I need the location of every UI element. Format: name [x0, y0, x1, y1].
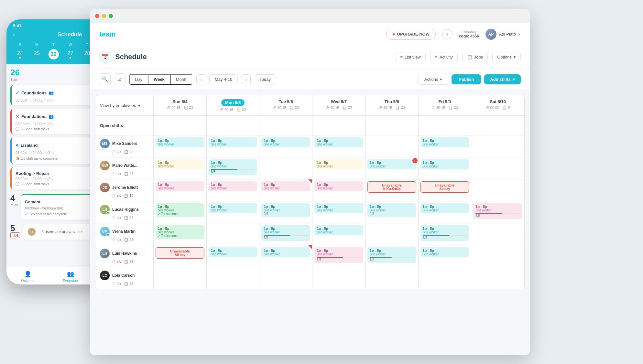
today-button[interactable]: Today	[254, 74, 276, 84]
shift-block[interactable]: 1p - 5p Site worker	[209, 247, 257, 257]
mike-fri[interactable]: 1p - 5p Site worker	[419, 135, 472, 157]
mike-mon[interactable]: 1p - 5p Site worker	[207, 135, 260, 157]
phone-nav-everyone[interactable]: 👥 Everyone	[49, 271, 92, 283]
shift-block[interactable]: 1p - 5p Site worker	[209, 181, 257, 191]
lucas-thu[interactable]: 1p - 5p Site worker 0/5	[365, 201, 419, 223]
shift-block[interactable]: 1p - 5p Site worker 0/5	[261, 203, 310, 217]
jerome-tue[interactable]: 1p - 5p Site worker	[259, 179, 312, 201]
shift-block[interactable]: 1p - 5p Site worker ✓ Tasks done	[156, 203, 204, 217]
lucas-fri[interactable]: 1p - 5p Site worker	[419, 201, 472, 223]
shift-block[interactable]: 1p - 5p Site worker 3/5	[473, 203, 522, 219]
shift-block[interactable]: 1p - 5p Site worker	[314, 225, 363, 235]
lucas-wed[interactable]: 1p - 5p Site worker	[312, 201, 365, 223]
shift-block[interactable]: 1p - 5p Site worker	[420, 247, 469, 257]
jerome-wed[interactable]: 1p - 5p Site worker	[312, 179, 365, 201]
mike-sun[interactable]: 1p - 5p Site worker	[154, 135, 207, 157]
day-tab-month[interactable]: Month	[170, 74, 193, 85]
table-row-verna-martin: VM Verna Martin ⏱ 30 📋 23 1p - 5p	[95, 223, 524, 245]
phone-back-button[interactable]: ‹	[13, 31, 15, 38]
phone-nav-only-me[interactable]: 👤 Only me	[6, 271, 49, 283]
shift-block[interactable]: 1p - 5p Site worker	[314, 181, 363, 191]
traffic-light-green[interactable]	[109, 14, 113, 18]
shift-block[interactable]: 1p - 5p Site worker	[156, 137, 204, 147]
luis-mon[interactable]: 1p - 5p Site worker	[207, 245, 260, 267]
shift-block[interactable]: 1p - 5p Site worker	[420, 159, 469, 169]
traffic-light-red[interactable]	[95, 14, 99, 18]
upgrade-now-button[interactable]: ♥ UPGRADE NOW	[386, 29, 436, 40]
phone-date-26-today[interactable]: 26	[49, 49, 59, 59]
verna-fri[interactable]: 1p - 5p Site worker 3/5	[419, 223, 472, 245]
shift-block[interactable]: 1p - 5p Site worker	[314, 137, 363, 147]
shift-block[interactable]: 1p - 5p Site worker	[367, 159, 416, 169]
filter-button[interactable]: ⊿	[114, 73, 125, 85]
user-profile[interactable]: AP Adi Plato ▾	[485, 29, 520, 40]
mike-sat	[471, 135, 524, 157]
options-button[interactable]: Options ▾	[492, 52, 521, 62]
mario-sun[interactable]: 1p - 5p Site worker	[154, 157, 207, 179]
phone-date-27[interactable]: 27	[62, 49, 79, 60]
luis-thu[interactable]: 1p - 5p Site worker 1/2	[365, 245, 419, 267]
verna-tue[interactable]: 1p - 5p Site worker 3/5	[259, 223, 312, 245]
jobs-button[interactable]: 📋 Jobs	[462, 52, 488, 62]
mike-wed[interactable]: 1p - 5p Site worker	[312, 135, 365, 157]
shift-block[interactable]: 1p - 5p Site worker 3/5	[209, 159, 257, 175]
view-by-cell[interactable]: View by employees ▾	[95, 95, 154, 115]
shift-block[interactable]: 1p - 5p Site worker	[314, 159, 363, 169]
day-tab-day[interactable]: Day	[129, 74, 148, 85]
lucas-sun[interactable]: 1p - 5p Site worker ✓ Tasks done	[154, 201, 207, 223]
schedule-icon: 📅	[99, 51, 111, 63]
activity-button[interactable]: ≡ Activity	[430, 52, 458, 62]
luis-tue[interactable]: 1p - 5p Site worker	[259, 245, 312, 267]
col-header-sat: Sat 5/10 ⏱ 00:00 📋 0	[471, 95, 524, 115]
phone-date-24[interactable]: 24	[12, 49, 28, 60]
shift-block[interactable]: 1p - 5p Site worker	[314, 203, 363, 213]
add-shifts-button[interactable]: Add shifts ▾	[484, 74, 521, 84]
shift-block[interactable]: 1p - 5p Site worker	[261, 247, 310, 257]
shift-block[interactable]: 1p - 5p Site worker	[209, 203, 257, 213]
luis-wed[interactable]: 1p - 5p Site worker 3/5	[312, 245, 365, 267]
day-5-num: 5	[10, 224, 20, 232]
employee-info-jerome: JE Jerome Elliott	[100, 183, 149, 192]
lucas-tue[interactable]: 1p - 5p Site worker 0/5	[259, 201, 312, 223]
shift-block[interactable]: 1p - 5p Site worker 3/5	[314, 247, 363, 263]
shift-block[interactable]: 1p - 5p Site worker	[261, 181, 310, 191]
actions-button[interactable]: Actions ▾	[418, 74, 449, 85]
prev-date-button[interactable]: ‹	[196, 74, 206, 84]
day-tab-week[interactable]: Week	[148, 74, 170, 85]
publish-button[interactable]: Publish	[452, 74, 481, 84]
luis-fri[interactable]: 1p - 5p Site worker	[419, 245, 472, 267]
verna-sun[interactable]: 1p - 5p Site worker ✓ Tasks done	[154, 223, 207, 245]
jerome-fri[interactable]: Unavailable All day	[419, 179, 472, 201]
shift-block[interactable]: 1p - 5p Site worker 3/5	[261, 225, 310, 241]
traffic-light-yellow[interactable]	[102, 14, 106, 18]
lucas-mon[interactable]: 1p - 5p Site worker	[207, 201, 260, 223]
shift-block[interactable]: 1p - 5p Site worker	[261, 137, 310, 147]
jerome-thu[interactable]: Unavailable 9:00a-5:00p	[365, 179, 419, 201]
shift-block[interactable]: 1p - 5p Site worker	[156, 181, 204, 191]
col-header-thu: Thu 5/8 ⏱ 40:15 📋 23	[365, 95, 419, 115]
mario-thu[interactable]: ! 1p - 5p Site worker	[365, 157, 419, 179]
shift-block[interactable]: 1p - 5p Site worker	[420, 203, 469, 213]
verna-wed[interactable]: 1p - 5p Site worker	[312, 223, 365, 245]
list-view-button[interactable]: ≡ List view	[396, 52, 426, 62]
search-button[interactable]: 🔍	[99, 73, 111, 85]
mike-tue[interactable]: 1p - 5p Site worker	[259, 135, 312, 157]
mario-mon[interactable]: 1p - 5p Site worker 3/5	[207, 157, 260, 179]
mario-wed[interactable]: 1p - 5p Site worker	[312, 157, 365, 179]
shift-block[interactable]: 1p - 5p Site worker	[420, 137, 469, 147]
shift-block[interactable]: 1p - 5p Site worker ✓ Tasks done	[156, 225, 204, 239]
shift-block[interactable]: 1p - 5p Site worker 0/5	[367, 203, 416, 217]
luis-sun[interactable]: Unavailable All day	[154, 245, 207, 267]
employee-info-mike: MS Mike Sanders	[100, 139, 149, 148]
lucas-sat[interactable]: 1p - 5p Site worker 3/5	[471, 201, 524, 223]
shift-block[interactable]: 1p - 5p Site worker 1/2	[367, 247, 416, 263]
shift-block[interactable]: 1p - 5p Site worker	[209, 137, 257, 147]
shift-block[interactable]: 1p - 5p Site worker	[156, 159, 204, 169]
next-date-button[interactable]: ›	[241, 74, 251, 84]
mario-fri[interactable]: 1p - 5p Site worker	[419, 157, 472, 179]
phone-date-25[interactable]: 25	[28, 49, 45, 60]
help-button[interactable]: ?	[442, 29, 452, 39]
jerome-sun[interactable]: 1p - 5p Site worker	[154, 179, 207, 201]
jerome-mon[interactable]: 1p - 5p Site worker	[207, 179, 260, 201]
shift-block[interactable]: 1p - 5p Site worker 3/5	[420, 225, 469, 241]
